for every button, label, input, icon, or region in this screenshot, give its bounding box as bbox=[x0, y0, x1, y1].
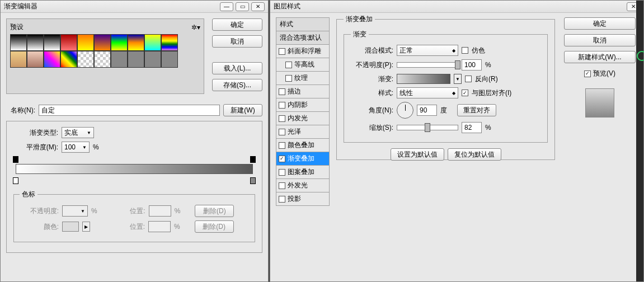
color-stop[interactable] bbox=[250, 177, 256, 184]
preset-swatch[interactable] bbox=[161, 34, 178, 51]
checkbox[interactable] bbox=[279, 196, 285, 203]
checkbox[interactable] bbox=[279, 48, 285, 55]
stop-color-picker-button[interactable]: ▶ bbox=[82, 222, 90, 232]
gradient-label: 渐变: bbox=[351, 74, 393, 84]
preset-swatch[interactable] bbox=[77, 34, 94, 51]
angle-dial[interactable] bbox=[397, 102, 413, 119]
reset-default-button[interactable]: 复位为默认值 bbox=[448, 148, 501, 161]
presets-label: 预设 bbox=[10, 22, 23, 32]
make-default-button[interactable]: 设置为默认值 bbox=[391, 148, 444, 161]
preset-swatch[interactable] bbox=[27, 51, 44, 68]
style-item-color-overlay[interactable]: 颜色叠加 bbox=[276, 139, 330, 152]
titlebar[interactable]: 渐变编辑器 — ▭ ✕ bbox=[1, 1, 268, 13]
styles-list: 样式 混合选项:默认 斜面和浮雕 等高线 纹理 描边 内阴影 内发光 光泽 颜色… bbox=[276, 17, 330, 206]
checkbox[interactable] bbox=[279, 102, 285, 109]
close-button[interactable]: ✕ bbox=[251, 2, 265, 11]
dither-checkbox[interactable] bbox=[462, 47, 468, 54]
checkbox[interactable] bbox=[279, 88, 285, 95]
preset-swatch[interactable] bbox=[60, 34, 77, 51]
stop-color-swatch[interactable] bbox=[62, 222, 79, 232]
opacity-stop[interactable] bbox=[250, 156, 256, 163]
gradient-preview[interactable] bbox=[397, 74, 450, 84]
style-item-drop-shadow[interactable]: 投影 bbox=[276, 192, 330, 206]
preset-swatch[interactable] bbox=[161, 51, 178, 68]
preview-checkbox[interactable] bbox=[584, 70, 591, 77]
style-item-gradient-overlay[interactable]: 渐变叠加 bbox=[276, 152, 330, 166]
preset-swatch[interactable] bbox=[128, 51, 144, 68]
blend-mode-select[interactable]: 正常◆ bbox=[397, 45, 458, 56]
preset-swatch[interactable] bbox=[94, 51, 111, 68]
maximize-button[interactable]: ▭ bbox=[236, 2, 249, 11]
style-item-texture[interactable]: 纹理 bbox=[276, 72, 330, 85]
preset-swatch[interactable] bbox=[77, 51, 94, 68]
preset-swatch[interactable] bbox=[144, 51, 161, 68]
style-item-bevel[interactable]: 斜面和浮雕 bbox=[276, 45, 330, 58]
opacity-stop[interactable] bbox=[13, 156, 18, 163]
opacity-input[interactable] bbox=[462, 59, 482, 70]
preset-swatch[interactable] bbox=[144, 34, 161, 51]
styles-header[interactable]: 样式 bbox=[276, 17, 330, 31]
stop-position-input[interactable] bbox=[148, 221, 171, 232]
chevron-down-icon: ◆ bbox=[452, 91, 455, 96]
gradient-picker-button[interactable]: ▼ bbox=[454, 74, 462, 84]
angle-input[interactable] bbox=[417, 105, 437, 116]
align-checkbox[interactable] bbox=[462, 90, 468, 96]
style-item-satin[interactable]: 光泽 bbox=[276, 125, 330, 139]
reset-alignment-button[interactable]: 重置对齐 bbox=[457, 104, 496, 116]
delete-stop-button[interactable]: 删除(D) bbox=[195, 220, 234, 233]
gradient-bar[interactable] bbox=[16, 156, 253, 184]
ok-button[interactable]: 确定 bbox=[564, 17, 636, 30]
name-input[interactable] bbox=[39, 105, 220, 116]
style-item-inner-shadow[interactable]: 内阴影 bbox=[276, 98, 330, 112]
load-button[interactable]: 载入(L)... bbox=[212, 62, 262, 74]
gradient-type-select[interactable]: 实底▼ bbox=[62, 127, 94, 138]
style-item-inner-glow[interactable]: 内发光 bbox=[276, 112, 330, 125]
preset-swatch[interactable] bbox=[44, 51, 60, 68]
checkbox[interactable] bbox=[279, 169, 285, 176]
align-label: 与图层对齐(I) bbox=[472, 88, 511, 98]
checkbox[interactable] bbox=[279, 156, 285, 162]
minimize-button[interactable]: — bbox=[220, 2, 233, 11]
checkbox[interactable] bbox=[285, 75, 292, 82]
style-item-stroke[interactable]: 描边 bbox=[276, 85, 330, 98]
ok-button[interactable]: 确定 bbox=[212, 18, 262, 31]
percent-label: % bbox=[93, 143, 99, 151]
preset-swatch[interactable] bbox=[44, 34, 60, 51]
preset-swatch[interactable] bbox=[60, 51, 77, 68]
checkbox[interactable] bbox=[279, 142, 285, 149]
checkbox[interactable] bbox=[279, 115, 285, 122]
opacity-slider[interactable] bbox=[397, 62, 458, 68]
reverse-checkbox[interactable] bbox=[465, 76, 472, 82]
preset-swatch[interactable] bbox=[111, 51, 128, 68]
checkbox[interactable] bbox=[279, 129, 285, 135]
checkbox[interactable] bbox=[279, 182, 285, 189]
color-stop[interactable] bbox=[13, 177, 18, 184]
style-select[interactable]: 线性◆ bbox=[397, 87, 458, 98]
new-button[interactable]: 新建(W) bbox=[223, 104, 262, 116]
style-item-pattern-overlay[interactable]: 图案叠加 bbox=[276, 166, 330, 179]
cancel-button[interactable]: 取消 bbox=[564, 34, 636, 46]
preset-swatch[interactable] bbox=[10, 34, 27, 51]
checkbox[interactable] bbox=[285, 62, 292, 68]
stop-opacity-input[interactable]: ▼ bbox=[62, 205, 88, 217]
cancel-button[interactable]: 取消 bbox=[212, 35, 262, 48]
delete-stop-button[interactable]: 删除(D) bbox=[195, 205, 234, 217]
scale-input[interactable] bbox=[462, 122, 482, 133]
style-item-contour[interactable]: 等高线 bbox=[276, 58, 330, 72]
new-style-button[interactable]: 新建样式(W)... bbox=[564, 51, 636, 63]
blending-options-item[interactable]: 混合选项:默认 bbox=[276, 31, 330, 45]
scale-slider[interactable] bbox=[397, 125, 458, 130]
gradient-overlay-group: 渐变叠加 渐变 混合模式: 正常◆ 仿色 不透明度(P): % 渐变: ▼ 反向… bbox=[336, 15, 555, 160]
preset-swatch[interactable] bbox=[128, 34, 144, 51]
preset-swatch[interactable] bbox=[111, 34, 128, 51]
smoothness-input[interactable]: 100▼ bbox=[62, 142, 90, 153]
chevron-down-icon: ▼ bbox=[82, 145, 87, 150]
gear-icon[interactable]: ✲▾ bbox=[191, 24, 200, 31]
save-button[interactable]: 存储(S)... bbox=[212, 79, 262, 91]
preset-swatch[interactable] bbox=[27, 34, 44, 51]
preset-swatch[interactable] bbox=[10, 51, 27, 68]
stop-position-input[interactable] bbox=[149, 205, 171, 217]
titlebar[interactable]: 图层样式 ✕ bbox=[270, 1, 643, 13]
preset-swatch[interactable] bbox=[94, 34, 111, 51]
style-item-outer-glow[interactable]: 外发光 bbox=[276, 179, 330, 192]
